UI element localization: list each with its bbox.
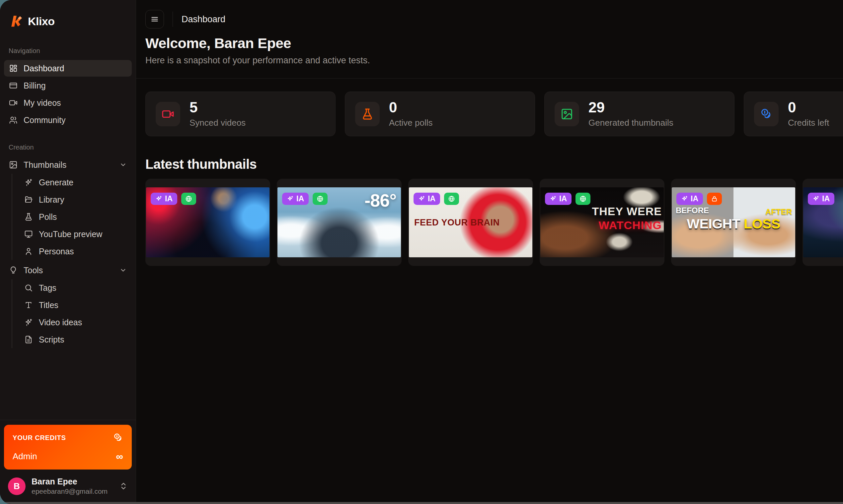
latest-thumbnails-heading: Latest thumbnails	[145, 157, 843, 172]
thumbnail-card[interactable]: IA THEY WERE WATCHING	[540, 179, 665, 266]
sidebar-item-video-ideas[interactable]: Video ideas	[21, 314, 132, 331]
image-icon	[561, 108, 573, 120]
chevron-down-icon	[119, 267, 127, 274]
sidebar-item-label: Billing	[23, 81, 46, 91]
topbar: Dashboard	[145, 0, 843, 29]
chevron-down-icon	[119, 161, 127, 168]
welcome-subtitle: Here is a snapshot of your performance a…	[145, 55, 843, 66]
user-email: epeebaran9@gmail.com	[32, 487, 113, 496]
sidebar-item-label: Polls	[39, 212, 57, 222]
image-icon	[9, 161, 18, 169]
globe-icon	[185, 195, 192, 202]
ia-badge: IA	[282, 193, 309, 205]
stat-label: Synced videos	[190, 118, 246, 128]
stat-label: Credits left	[788, 118, 829, 128]
horizontal-scrollbar[interactable]	[0, 502, 843, 504]
chevrons-up-down-icon	[119, 482, 128, 490]
thumbnail-image: IA	[803, 187, 843, 257]
sidebar-item-my-videos[interactable]: My videos	[4, 94, 132, 111]
sidebar-toggle-button[interactable]	[145, 10, 164, 29]
stat-value: 0	[389, 100, 433, 115]
user-menu[interactable]: B Baran Epee epeebaran9@gmail.com	[4, 469, 132, 504]
logo[interactable]: Klixo	[0, 0, 136, 29]
sidebar-item-billing[interactable]: Billing	[4, 77, 132, 94]
sidebar-item-community[interactable]: Community	[4, 112, 132, 128]
thumbnail-card[interactable]: IA -86°	[277, 179, 401, 266]
stat-label: Active polls	[389, 118, 433, 128]
thumbnail-overlay-text: AFTER	[765, 207, 792, 217]
thumbnail-overlay-text: THEY WERE	[592, 204, 662, 218]
logo-text: Klixo	[28, 15, 55, 28]
welcome-heading: Welcome, Baran Epee	[145, 36, 843, 51]
ia-badge: IA	[676, 193, 703, 205]
sidebar-nav: Navigation Dashboard Billing My videos	[0, 29, 136, 420]
thumbnail-image: IA	[146, 187, 270, 257]
sidebar-item-label: Community	[23, 115, 65, 125]
sidebar-item-dashboard[interactable]: Dashboard	[4, 60, 132, 77]
sidebar-item-youtube-preview[interactable]: YouTube preview	[21, 226, 132, 243]
credits-plan: Admin	[13, 451, 37, 462]
person-icon	[24, 247, 33, 256]
thumbnail-card[interactable]: IA BEFORE AFTER WEIGHT LOSS	[671, 179, 796, 266]
thumbnail-overlay-text: FEED YOUR BRAIN	[414, 217, 500, 228]
flask-icon	[361, 108, 374, 120]
folder-icon	[24, 195, 33, 204]
ia-badge: IA	[808, 193, 835, 205]
sidebar-item-tags[interactable]: Tags	[21, 279, 132, 296]
credits-box[interactable]: YOUR CREDITS Admin ∞	[4, 425, 132, 469]
flask-icon	[24, 213, 33, 221]
sidebar-item-label: YouTube preview	[39, 230, 102, 239]
sidebar-item-polls[interactable]: Polls	[21, 208, 132, 226]
monitor-icon	[24, 230, 33, 238]
sparkles-icon	[24, 318, 33, 327]
ia-badge: IA	[414, 193, 440, 205]
thumbnail-card[interactable]: IA FEED YOUR BRAIN	[408, 179, 533, 266]
sidebar-item-personas[interactable]: Personas	[21, 243, 132, 260]
thumbnail-image: IA THEY WERE WATCHING	[540, 187, 664, 257]
globe-badge	[444, 193, 459, 205]
stat-card-active-polls: 0 Active polls	[345, 91, 535, 136]
search-icon	[24, 284, 33, 292]
coins-icon	[760, 108, 773, 120]
section-divider	[136, 78, 843, 78]
thumbnail-overlay-text: WATCHING	[592, 218, 662, 232]
thumbnail-card[interactable]: IA	[803, 179, 843, 266]
lock-icon	[711, 195, 718, 202]
stats-row: 5 Synced videos 0 Active polls	[145, 91, 843, 136]
stat-value: 5	[190, 100, 246, 115]
sparkles-icon	[812, 195, 820, 202]
thumbnails-subnav: Generate Library Polls	[12, 174, 132, 260]
lightbulb-icon	[9, 266, 18, 274]
lock-badge	[707, 193, 722, 205]
stat-value: 29	[588, 100, 673, 115]
page-title: Dashboard	[182, 14, 225, 24]
globe-badge	[575, 193, 590, 205]
sidebar-item-thumbnails[interactable]: Thumbnails	[4, 157, 132, 173]
thumbnail-card[interactable]: IA	[145, 179, 270, 266]
stat-card-credits-left: 0 Credits left	[744, 91, 843, 136]
thumbnail-image: IA -86°	[277, 187, 401, 257]
sidebar-item-label: Titles	[39, 301, 58, 310]
user-name: Baran Epee	[32, 477, 113, 486]
sidebar-item-library[interactable]: Library	[21, 191, 132, 208]
ia-badge: IA	[545, 193, 571, 205]
sidebar-item-scripts[interactable]: Scripts	[21, 331, 132, 348]
globe-icon	[580, 195, 586, 202]
sidebar-footer: YOUR CREDITS Admin ∞ B Baran Epee epeeba…	[0, 420, 136, 504]
infinity-icon: ∞	[116, 452, 123, 462]
stat-label: Generated thumbnails	[588, 118, 673, 128]
sidebar-item-generate[interactable]: Generate	[21, 174, 132, 191]
credit-card-icon	[9, 81, 18, 90]
nav-section-label: Navigation	[8, 47, 136, 55]
sparkles-icon	[24, 178, 33, 187]
sidebar-item-tools[interactable]: Tools	[4, 262, 132, 278]
thumbnail-overlay-text: BEFORE	[676, 206, 709, 215]
sparkles-icon	[287, 195, 294, 202]
klixo-logo-icon	[8, 14, 23, 29]
users-icon	[9, 116, 18, 124]
sidebar-item-titles[interactable]: Titles	[21, 296, 132, 314]
sidebar-item-label: Tools	[23, 266, 43, 275]
stat-card-synced-videos: 5 Synced videos	[145, 91, 336, 136]
dashboard-icon	[9, 64, 18, 73]
sparkles-icon	[550, 195, 556, 202]
